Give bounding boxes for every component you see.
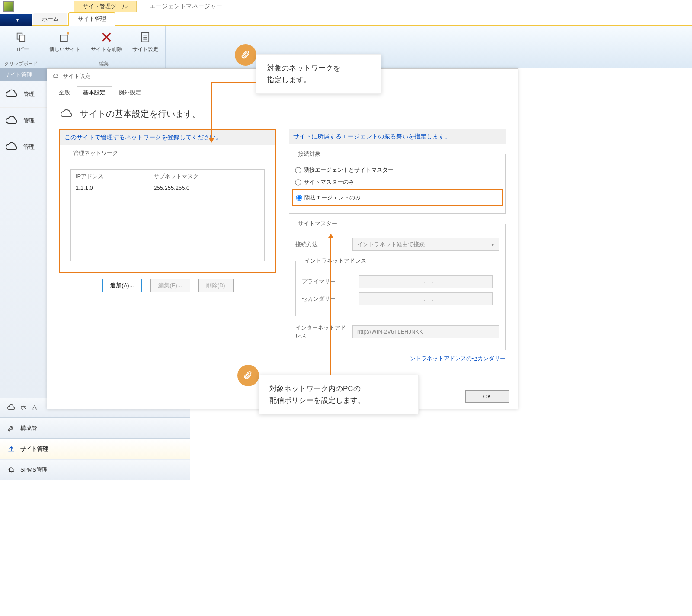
- connection-method-row: 接続方法 イントラネット経由で接続 ▾: [295, 238, 499, 251]
- agent-behavior-link[interactable]: サイトに所属するエージェントの振る舞いを指定します。: [289, 129, 506, 144]
- paperclip-icon: [243, 371, 253, 380]
- sitemaster-legend: サイトマスター: [295, 220, 340, 228]
- ok-button[interactable]: OK: [465, 390, 509, 403]
- dialog-body: サイトの基本設定を行います。 このサイトで管理するネットワークを登録してください…: [47, 99, 518, 371]
- callout-arrow-line: [330, 238, 331, 375]
- delete-site-label: サイトを削除: [91, 46, 122, 53]
- managed-network-legend: 管理ネットワーク: [70, 149, 121, 157]
- sidebar-site-item[interactable]: 管理: [0, 81, 47, 108]
- callout-arrow-line: [211, 82, 256, 83]
- cell-ip: 1.1.1.0: [71, 183, 150, 196]
- connection-target-legend: 接続対象: [295, 150, 323, 158]
- cloud-icon: [52, 74, 59, 79]
- primary-label: プライマリー: [302, 278, 354, 286]
- radio-both-input[interactable]: [295, 167, 301, 173]
- new-site-icon: [58, 30, 72, 44]
- radio-both[interactable]: 隣接エージェントとサイトマスター: [295, 164, 499, 176]
- network-table[interactable]: IPアドレス サブネットマスク 1.1.1.0 255.255.255.0: [71, 170, 264, 196]
- dialog-title-text: サイト設定: [63, 72, 91, 80]
- edit-button[interactable]: 編集(E)...: [150, 279, 190, 292]
- internet-label: インターネットアドレス: [295, 324, 347, 340]
- tab-home[interactable]: ホーム: [33, 13, 67, 25]
- nav-spms[interactable]: SPMS管理: [0, 459, 190, 480]
- tool-label: サイト管理ツール: [74, 1, 137, 12]
- network-button-row: 追加(A)... 編集(E)... 削除(D): [59, 279, 276, 292]
- file-menu[interactable]: [0, 14, 32, 26]
- dialog-tab-exception[interactable]: 例外設定: [112, 86, 147, 99]
- cloud-icon: [59, 109, 75, 119]
- arrow-down-icon: [209, 138, 214, 143]
- gear-icon: [6, 465, 16, 475]
- col-mask-header[interactable]: サブネットマスク: [149, 170, 264, 183]
- bottom-nav: ホーム 構成管 サイト管理 SPMS管理: [0, 397, 190, 480]
- callout-badge-icon: [237, 365, 259, 386]
- paperclip-icon: [241, 50, 250, 60]
- left-sidebar-header: サイト管理: [0, 68, 47, 81]
- add-button[interactable]: 追加(A)...: [102, 279, 142, 292]
- intranet-fieldset: イントラネットアドレス プライマリー . . . セカンダリー . . .: [295, 257, 499, 316]
- dialog-tab-general[interactable]: 全般: [52, 86, 77, 99]
- table-empty-space: [71, 196, 264, 261]
- cloud-icon: [4, 116, 20, 126]
- nav-label: サイト管理: [20, 445, 48, 453]
- nav-site-management[interactable]: サイト管理: [0, 439, 190, 459]
- ribbon-group-edit: 新しいサイト サイトを削除 サイト設定 編集: [42, 26, 166, 68]
- managed-network-fieldset: 管理ネットワーク IPアドレス サブネットマスク 1.1.1.0 255.255…: [64, 149, 271, 267]
- document-icon: [138, 30, 152, 44]
- connection-method-select[interactable]: イントラネット経由で接続 ▾: [352, 238, 499, 251]
- svg-rect-1: [19, 35, 25, 41]
- titlebar: サイト管理ツール エージェントマネージャー: [0, 0, 692, 13]
- ribbon-tabstrip: ホーム サイト管理: [0, 13, 692, 26]
- callout-top: 対象のネットワークを 指定します。: [256, 54, 381, 94]
- delete-button[interactable]: 削除(D): [198, 279, 234, 292]
- intranet-legend: イントラネットアドレス: [302, 257, 369, 265]
- network-table-wrap: IPアドレス サブネットマスク 1.1.1.0 255.255.255.0: [70, 169, 265, 261]
- tab-site-management[interactable]: サイト管理: [68, 12, 115, 26]
- arrow-up-icon: [328, 234, 333, 238]
- radio-agent-input[interactable]: [296, 195, 302, 201]
- dialog-heading: サイトの基本設定を行います。: [59, 108, 506, 120]
- radio-master-input[interactable]: [295, 179, 301, 185]
- new-site-button[interactable]: 新しいサイト: [47, 29, 83, 60]
- delete-site-button[interactable]: サイトを削除: [88, 29, 125, 60]
- sidebar-item-label: 管理: [23, 90, 35, 98]
- left-sidebar: サイト管理 管理 管理 管理: [0, 68, 47, 397]
- connection-method-value: イントラネット経由で接続: [357, 241, 425, 248]
- callout-badge-icon: [235, 44, 256, 66]
- copy-button[interactable]: コピー: [11, 29, 32, 60]
- secondary-ip-input[interactable]: . . .: [359, 292, 493, 305]
- col-ip-header[interactable]: IPアドレス: [71, 170, 150, 183]
- new-site-label: 新しいサイト: [49, 46, 80, 53]
- sidebar-site-item[interactable]: 管理: [0, 108, 47, 134]
- svg-rect-2: [61, 35, 67, 41]
- delete-icon: [99, 30, 113, 44]
- nav-label: ホーム: [20, 404, 37, 411]
- callout-arrow-line: [211, 82, 212, 139]
- radio-agent-only[interactable]: 隣接エージェントのみ: [296, 192, 498, 204]
- sidebar-site-item[interactable]: 管理: [0, 134, 47, 160]
- table-row[interactable]: 1.1.1.0 255.255.255.0: [71, 183, 264, 196]
- upload-icon: [6, 444, 16, 454]
- dialog-tab-basic[interactable]: 基本設定: [77, 86, 112, 99]
- secondary-label: セカンダリー: [302, 295, 354, 303]
- sidebar-item-label: 管理: [23, 117, 35, 125]
- cloud-icon: [4, 89, 20, 99]
- radio-master-only[interactable]: サイトマスターのみ: [295, 176, 499, 188]
- primary-ip-input[interactable]: . . .: [359, 275, 493, 288]
- wrench-icon: [6, 424, 16, 433]
- site-settings-button[interactable]: サイト設定: [130, 29, 161, 60]
- copy-icon: [14, 30, 28, 44]
- sidebar-item-label: 管理: [23, 143, 35, 151]
- internet-address-input[interactable]: http://WIN-2V6TLEHJNKK: [352, 325, 499, 338]
- network-highlight-box: このサイトで管理するネットワークを登録してください。 管理ネットワーク IPアド…: [59, 129, 276, 273]
- radio-highlight-box: 隣接エージェントのみ: [292, 189, 503, 206]
- connection-method-label: 接続方法: [295, 241, 347, 248]
- callout-bottom: 対象ネットワーク内のPCの 配信ポリシーを設定します。: [259, 375, 419, 414]
- network-register-link[interactable]: このサイトで管理するネットワークを登録してください。: [60, 130, 275, 145]
- site-settings-dialog: サイト設定 全般 基本設定 例外設定 サイトの基本設定を行います。 このサイトで…: [47, 68, 518, 409]
- intranet-secondary-link[interactable]: ントラネットアドレスのセカンダリー: [410, 355, 506, 363]
- nav-config[interactable]: 構成管: [0, 418, 190, 439]
- connection-target-fieldset: 接続対象 隣接エージェントとサイトマスター サイトマスターのみ 隣接エージェント…: [289, 150, 506, 214]
- copy-label: コピー: [13, 46, 29, 53]
- ribbon-group-label-edit: 編集: [99, 61, 109, 67]
